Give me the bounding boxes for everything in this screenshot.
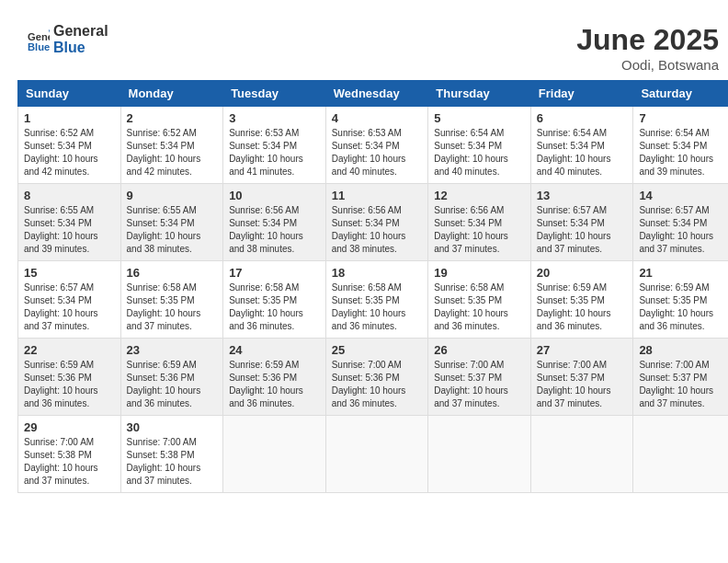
day-cell-13: 13 Sunrise: 6:57 AMSunset: 5:34 PMDaylig… — [530, 184, 633, 261]
day-info: Sunrise: 6:52 AMSunset: 5:34 PMDaylight:… — [127, 127, 218, 178]
day-number: 25 — [332, 343, 423, 357]
logo-blue-text: Blue — [53, 40, 108, 56]
day-cell-10: 10 Sunrise: 6:56 AMSunset: 5:34 PMDaylig… — [223, 184, 326, 261]
day-info: Sunrise: 7:00 AMSunset: 5:38 PMDaylight:… — [24, 436, 115, 488]
day-info: Sunrise: 6:58 AMSunset: 5:35 PMDaylight:… — [229, 282, 320, 333]
day-cell-8: 8 Sunrise: 6:55 AMSunset: 5:34 PMDayligh… — [18, 184, 121, 261]
day-number: 24 — [229, 343, 320, 357]
day-info: Sunrise: 6:58 AMSunset: 5:35 PMDaylight:… — [434, 282, 525, 333]
day-cell-28: 28 Sunrise: 7:00 AMSunset: 5:37 PMDaylig… — [633, 339, 728, 416]
col-friday: Friday — [530, 81, 633, 107]
day-cell-7: 7 Sunrise: 6:54 AMSunset: 5:34 PMDayligh… — [633, 107, 728, 184]
calendar-header-row: Sunday Monday Tuesday Wednesday Thursday… — [18, 81, 729, 107]
day-cell-27: 27 Sunrise: 7:00 AMSunset: 5:37 PMDaylig… — [530, 339, 633, 416]
day-info: Sunrise: 6:55 AMSunset: 5:34 PMDaylight:… — [127, 204, 218, 256]
calendar-week-2: 8 Sunrise: 6:55 AMSunset: 5:34 PMDayligh… — [18, 184, 729, 261]
day-number: 3 — [229, 111, 320, 125]
day-info: Sunrise: 6:57 AMSunset: 5:34 PMDaylight:… — [639, 204, 728, 256]
day-info: Sunrise: 6:57 AMSunset: 5:34 PMDaylight:… — [24, 282, 115, 333]
generalblue-logo-icon: General Blue — [28, 29, 50, 51]
day-number: 18 — [332, 266, 423, 280]
header: General Blue General Blue June 2025 Oodi… — [14, 14, 728, 80]
location-title: Oodi, Botswana — [576, 57, 719, 73]
day-cell-1: 1 Sunrise: 6:52 AMSunset: 5:34 PMDayligh… — [18, 107, 121, 184]
col-tuesday: Tuesday — [223, 81, 326, 107]
svg-text:Blue: Blue — [28, 41, 50, 51]
day-info: Sunrise: 6:59 AMSunset: 5:36 PMDaylight:… — [127, 359, 218, 410]
day-number: 6 — [537, 111, 628, 125]
day-info: Sunrise: 7:00 AMSunset: 5:36 PMDaylight:… — [332, 359, 423, 410]
day-info: Sunrise: 7:00 AMSunset: 5:37 PMDaylight:… — [434, 359, 525, 410]
day-number: 7 — [639, 111, 728, 125]
day-info: Sunrise: 6:54 AMSunset: 5:34 PMDaylight:… — [639, 127, 728, 178]
day-number: 30 — [127, 420, 218, 434]
day-cell-26: 26 Sunrise: 7:00 AMSunset: 5:37 PMDaylig… — [428, 339, 531, 416]
empty-cell — [428, 416, 531, 493]
empty-cell — [325, 416, 428, 493]
day-number: 29 — [24, 420, 115, 434]
day-info: Sunrise: 6:56 AMSunset: 5:34 PMDaylight:… — [229, 204, 320, 256]
day-cell-15: 15 Sunrise: 6:57 AMSunset: 5:34 PMDaylig… — [18, 261, 121, 339]
day-cell-3: 3 Sunrise: 6:53 AMSunset: 5:34 PMDayligh… — [223, 107, 326, 184]
month-title: June 2025 — [576, 23, 719, 57]
day-info: Sunrise: 6:59 AMSunset: 5:36 PMDaylight:… — [229, 359, 320, 410]
day-cell-14: 14 Sunrise: 6:57 AMSunset: 5:34 PMDaylig… — [633, 184, 728, 261]
day-number: 19 — [434, 266, 525, 280]
day-cell-9: 9 Sunrise: 6:55 AMSunset: 5:34 PMDayligh… — [120, 184, 223, 261]
day-cell-4: 4 Sunrise: 6:53 AMSunset: 5:34 PMDayligh… — [325, 107, 428, 184]
day-number: 5 — [434, 111, 525, 125]
day-cell-17: 17 Sunrise: 6:58 AMSunset: 5:35 PMDaylig… — [223, 261, 326, 339]
logo: General Blue General Blue — [28, 23, 108, 55]
day-number: 11 — [332, 189, 423, 202]
day-info: Sunrise: 6:53 AMSunset: 5:34 PMDaylight:… — [332, 127, 423, 178]
day-number: 9 — [127, 189, 218, 202]
day-number: 10 — [229, 189, 320, 202]
day-info: Sunrise: 6:53 AMSunset: 5:34 PMDaylight:… — [229, 127, 320, 178]
day-cell-11: 11 Sunrise: 6:56 AMSunset: 5:34 PMDaylig… — [325, 184, 428, 261]
day-info: Sunrise: 7:00 AMSunset: 5:38 PMDaylight:… — [127, 436, 218, 488]
col-saturday: Saturday — [633, 81, 728, 107]
day-cell-6: 6 Sunrise: 6:54 AMSunset: 5:34 PMDayligh… — [530, 107, 633, 184]
day-cell-16: 16 Sunrise: 6:58 AMSunset: 5:35 PMDaylig… — [120, 261, 223, 339]
day-number: 1 — [24, 111, 115, 125]
col-wednesday: Wednesday — [325, 81, 428, 107]
day-number: 17 — [229, 266, 320, 280]
day-number: 28 — [639, 343, 728, 357]
day-info: Sunrise: 6:54 AMSunset: 5:34 PMDaylight:… — [434, 127, 525, 178]
day-number: 12 — [434, 189, 525, 202]
day-cell-23: 23 Sunrise: 6:59 AMSunset: 5:36 PMDaylig… — [120, 339, 223, 416]
day-info: Sunrise: 6:58 AMSunset: 5:35 PMDaylight:… — [332, 282, 423, 333]
calendar-week-4: 22 Sunrise: 6:59 AMSunset: 5:36 PMDaylig… — [18, 339, 729, 416]
day-number: 4 — [332, 111, 423, 125]
day-info: Sunrise: 6:59 AMSunset: 5:35 PMDaylight:… — [639, 282, 728, 333]
empty-cell — [633, 416, 728, 493]
day-info: Sunrise: 6:57 AMSunset: 5:34 PMDaylight:… — [537, 204, 628, 256]
day-info: Sunrise: 6:56 AMSunset: 5:34 PMDaylight:… — [332, 204, 423, 256]
day-info: Sunrise: 6:59 AMSunset: 5:36 PMDaylight:… — [24, 359, 115, 410]
day-cell-2: 2 Sunrise: 6:52 AMSunset: 5:34 PMDayligh… — [120, 107, 223, 184]
day-number: 13 — [537, 189, 628, 202]
day-number: 2 — [127, 111, 218, 125]
day-number: 14 — [639, 189, 728, 202]
day-cell-30: 30 Sunrise: 7:00 AMSunset: 5:38 PMDaylig… — [120, 416, 223, 493]
day-info: Sunrise: 6:59 AMSunset: 5:35 PMDaylight:… — [537, 282, 628, 333]
day-cell-5: 5 Sunrise: 6:54 AMSunset: 5:34 PMDayligh… — [428, 107, 531, 184]
empty-cell — [530, 416, 633, 493]
day-cell-19: 19 Sunrise: 6:58 AMSunset: 5:35 PMDaylig… — [428, 261, 531, 339]
day-number: 8 — [24, 189, 115, 202]
day-number: 26 — [434, 343, 525, 357]
day-cell-18: 18 Sunrise: 6:58 AMSunset: 5:35 PMDaylig… — [325, 261, 428, 339]
day-info: Sunrise: 6:56 AMSunset: 5:34 PMDaylight:… — [434, 204, 525, 256]
col-thursday: Thursday — [428, 81, 531, 107]
day-info: Sunrise: 7:00 AMSunset: 5:37 PMDaylight:… — [537, 359, 628, 410]
day-info: Sunrise: 7:00 AMSunset: 5:37 PMDaylight:… — [639, 359, 728, 410]
day-info: Sunrise: 6:52 AMSunset: 5:34 PMDaylight:… — [24, 127, 115, 178]
day-number: 15 — [24, 266, 115, 280]
calendar-week-3: 15 Sunrise: 6:57 AMSunset: 5:34 PMDaylig… — [18, 261, 729, 339]
day-number: 20 — [537, 266, 628, 280]
day-number: 21 — [639, 266, 728, 280]
day-cell-22: 22 Sunrise: 6:59 AMSunset: 5:36 PMDaylig… — [18, 339, 121, 416]
calendar-week-5: 29 Sunrise: 7:00 AMSunset: 5:38 PMDaylig… — [18, 416, 729, 493]
day-cell-24: 24 Sunrise: 6:59 AMSunset: 5:36 PMDaylig… — [223, 339, 326, 416]
day-info: Sunrise: 6:58 AMSunset: 5:35 PMDaylight:… — [127, 282, 218, 333]
